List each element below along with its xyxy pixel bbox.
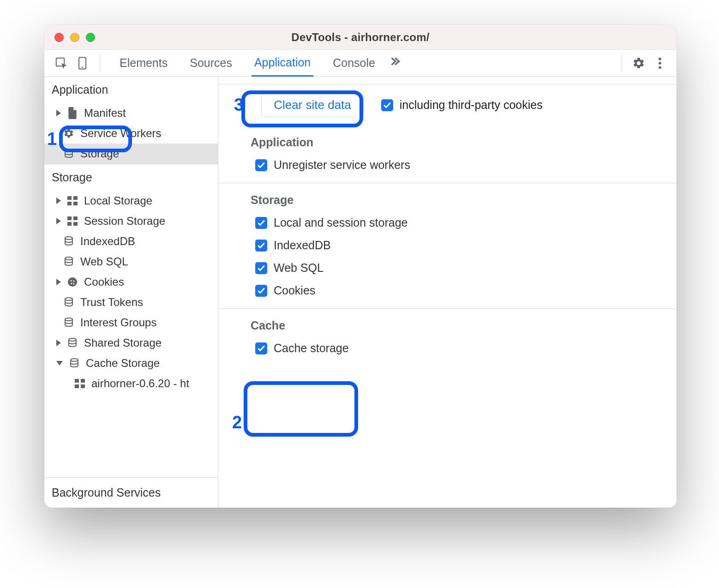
section-title: Storage — [251, 193, 677, 207]
svg-rect-7 — [67, 196, 72, 200]
sidebar-item-shared-storage[interactable]: Shared Storage — [44, 333, 218, 353]
svg-rect-11 — [67, 216, 72, 220]
cache-storage-checkbox[interactable] — [255, 342, 267, 354]
sidebar-item-cache-entry[interactable]: airhorner-0.6.20 - ht — [44, 373, 218, 394]
cookies-label: Cookies — [274, 284, 315, 297]
sidebar-item-label: Storage — [80, 147, 119, 160]
table-icon — [66, 195, 78, 207]
sidebar-section-storage: Storage — [44, 164, 218, 191]
section-storage: Storage Local and session storage Indexe… — [218, 183, 677, 308]
sidebar-item-label: Shared Storage — [84, 336, 162, 349]
sidebar-item-label: Web SQL — [80, 255, 128, 268]
web-sql-checkbox[interactable] — [255, 262, 267, 274]
database-icon — [63, 235, 75, 247]
callout-2: 2 — [232, 413, 242, 432]
svg-point-3 — [659, 57, 661, 60]
third-party-cookies-label: including third-party cookies — [400, 98, 543, 112]
svg-rect-27 — [81, 379, 85, 383]
sidebar-item-service-workers[interactable]: Service Workers — [44, 123, 218, 144]
sidebar-item-label: Cookies — [84, 276, 124, 288]
sidebar-item-indexeddb[interactable]: IndexedDB — [44, 231, 218, 252]
sidebar-item-label: IndexedDB — [80, 235, 135, 248]
tab-elements[interactable]: Elements — [117, 50, 170, 77]
window-minimize-button[interactable] — [70, 33, 79, 42]
sidebar-item-storage[interactable]: Storage — [44, 144, 218, 164]
third-party-cookies-checkbox[interactable] — [381, 99, 393, 111]
sidebar-item-label: Cache Storage — [86, 357, 160, 370]
tab-sources[interactable]: Sources — [187, 50, 235, 77]
indexeddb-checkbox[interactable] — [255, 240, 267, 252]
svg-point-6 — [65, 149, 72, 152]
sidebar-item-trust-tokens[interactable]: Trust Tokens — [44, 292, 218, 312]
window-controls — [54, 33, 95, 42]
sidebar-item-session-storage[interactable]: Session Storage — [44, 211, 218, 231]
svg-point-5 — [659, 66, 661, 69]
application-sidebar: 1 Application Manifest Service Workers — [44, 77, 218, 508]
callout-3: 3 — [234, 95, 244, 115]
sidebar-item-cache-storage[interactable]: Cache Storage — [44, 353, 218, 373]
svg-point-23 — [65, 318, 72, 321]
svg-point-18 — [70, 280, 72, 281]
titlebar: DevTools - airhorner.com/ — [44, 25, 677, 50]
cache-storage-label: Cache storage — [274, 342, 349, 355]
sidebar-item-label: Interest Groups — [80, 316, 156, 329]
indexeddb-label: IndexedDB — [274, 239, 331, 252]
more-tabs-icon[interactable] — [389, 55, 401, 71]
devtools-window: DevTools - airhorner.com/ Elements Sourc… — [44, 25, 677, 508]
toolbar-separator — [622, 55, 622, 72]
cookies-checkbox[interactable] — [255, 285, 267, 297]
tab-application[interactable]: Application — [252, 50, 313, 77]
svg-rect-14 — [73, 222, 78, 226]
sidebar-section-application: Application — [44, 77, 218, 103]
callout-box-2 — [244, 381, 358, 437]
section-title: Cache — [251, 319, 677, 332]
svg-point-4 — [659, 62, 661, 65]
cookie-icon — [66, 276, 78, 288]
svg-rect-10 — [73, 202, 78, 205]
table-icon — [66, 215, 78, 227]
database-icon — [63, 256, 75, 268]
svg-point-19 — [73, 280, 74, 282]
window-zoom-button[interactable] — [86, 33, 95, 42]
svg-point-17 — [68, 277, 77, 287]
window-close-button[interactable] — [54, 33, 64, 42]
database-icon — [63, 317, 75, 329]
local-session-checkbox[interactable] — [255, 217, 267, 229]
devtools-toolbar: Elements Sources Application Console — [44, 50, 677, 77]
sidebar-item-local-storage[interactable]: Local Storage — [44, 191, 218, 211]
sidebar-item-label: Local Storage — [84, 194, 152, 207]
sidebar-item-label: airhorner-0.6.20 - ht — [91, 377, 189, 390]
svg-rect-12 — [73, 216, 78, 220]
settings-gear-icon[interactable] — [630, 55, 647, 72]
svg-point-16 — [65, 257, 72, 260]
section-application: Application Unregister service workers — [218, 126, 677, 183]
sidebar-item-label: Session Storage — [84, 215, 165, 228]
database-icon — [63, 296, 75, 308]
gear-icon — [63, 127, 75, 139]
sidebar-item-web-sql[interactable]: Web SQL — [44, 252, 218, 272]
document-icon — [66, 107, 78, 119]
svg-rect-9 — [67, 202, 72, 205]
unregister-sw-label: Unregister service workers — [274, 158, 410, 172]
clear-site-data-button[interactable]: Clear site data — [261, 93, 364, 117]
tab-console[interactable]: Console — [330, 50, 378, 77]
unregister-sw-checkbox[interactable] — [255, 159, 267, 171]
overflow-menu-icon[interactable] — [652, 55, 668, 72]
sidebar-item-interest-groups[interactable]: Interest Groups — [44, 312, 218, 333]
svg-point-25 — [71, 359, 78, 361]
inspect-element-icon[interactable] — [54, 55, 69, 71]
svg-point-20 — [71, 282, 72, 284]
window-title: DevTools - airhorner.com/ — [291, 31, 429, 44]
svg-rect-28 — [75, 384, 79, 388]
sidebar-item-cookies[interactable]: Cookies — [44, 272, 218, 292]
svg-point-22 — [65, 298, 72, 300]
svg-point-24 — [69, 338, 76, 341]
sidebar-item-manifest[interactable]: Manifest — [44, 103, 218, 123]
storage-pane: 3 Clear site data including third-party … — [218, 77, 677, 508]
sidebar-section-background-services[interactable]: Background Services — [44, 477, 218, 508]
toolbar-separator — [100, 55, 100, 72]
database-icon — [68, 357, 80, 369]
local-session-label: Local and session storage — [274, 216, 407, 229]
svg-rect-8 — [73, 196, 78, 200]
device-toolbar-icon[interactable] — [76, 55, 91, 71]
